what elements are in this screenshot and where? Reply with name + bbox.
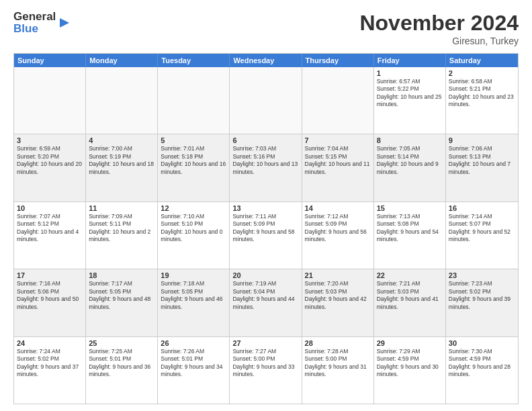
calendar-row: 1Sunrise: 6:57 AMSunset: 5:22 PMDaylight…	[14, 67, 518, 134]
cell-text: Sunrise: 7:14 AMSunset: 5:07 PMDaylight:…	[449, 213, 515, 244]
title-block: November 2024 Giresun, Turkey	[359, 11, 519, 46]
day-number: 26	[161, 339, 226, 347]
day-number: 13	[232, 204, 298, 212]
logo: General Blue	[13, 11, 72, 35]
month-title: November 2024	[359, 11, 519, 36]
calendar-cell: 5Sunrise: 7:01 AMSunset: 5:18 PMDaylight…	[158, 134, 230, 201]
cell-text: Sunrise: 7:28 AMSunset: 5:00 PMDaylight:…	[305, 348, 371, 379]
calendar-cell	[230, 67, 302, 134]
calendar-cell: 26Sunrise: 7:26 AMSunset: 5:01 PMDayligh…	[158, 337, 230, 404]
day-number: 28	[305, 339, 371, 347]
cell-text: Sunrise: 7:07 AMSunset: 5:12 PMDaylight:…	[17, 213, 83, 244]
logo-line2: Blue	[13, 23, 56, 35]
cell-text: Sunrise: 7:30 AMSunset: 4:59 PMDaylight:…	[449, 348, 515, 379]
cell-text: Sunrise: 7:27 AMSunset: 5:00 PMDaylight:…	[232, 348, 298, 379]
calendar-cell: 29Sunrise: 7:29 AMSunset: 4:59 PMDayligh…	[374, 337, 446, 404]
calendar-row: 24Sunrise: 7:24 AMSunset: 5:02 PMDayligh…	[14, 336, 518, 404]
calendar-row: 17Sunrise: 7:16 AMSunset: 5:06 PMDayligh…	[14, 269, 518, 336]
calendar-cell: 7Sunrise: 7:04 AMSunset: 5:15 PMDaylight…	[302, 134, 374, 201]
cell-text: Sunrise: 7:24 AMSunset: 5:02 PMDaylight:…	[17, 348, 83, 379]
weekday-header: Tuesday	[158, 54, 230, 67]
calendar-cell: 17Sunrise: 7:16 AMSunset: 5:06 PMDayligh…	[14, 269, 86, 336]
calendar-cell: 18Sunrise: 7:17 AMSunset: 5:05 PMDayligh…	[86, 269, 158, 336]
day-number: 4	[89, 136, 154, 144]
day-number: 22	[377, 271, 443, 279]
calendar-cell: 2Sunrise: 6:58 AMSunset: 5:21 PMDaylight…	[446, 67, 518, 134]
weekday-header: Thursday	[302, 54, 374, 67]
day-number: 5	[161, 136, 226, 144]
calendar-cell: 23Sunrise: 7:23 AMSunset: 5:02 PMDayligh…	[446, 269, 518, 336]
day-number: 20	[232, 271, 298, 279]
cell-text: Sunrise: 7:06 AMSunset: 5:13 PMDaylight:…	[449, 145, 515, 176]
cell-text: Sunrise: 7:04 AMSunset: 5:15 PMDaylight:…	[305, 145, 371, 176]
calendar-cell: 10Sunrise: 7:07 AMSunset: 5:12 PMDayligh…	[14, 202, 86, 269]
page: General Blue November 2024 Giresun, Turk…	[0, 0, 532, 411]
weekday-header: Monday	[86, 54, 158, 67]
calendar-cell: 13Sunrise: 7:11 AMSunset: 5:09 PMDayligh…	[230, 202, 302, 269]
header: General Blue November 2024 Giresun, Turk…	[13, 11, 519, 46]
day-number: 29	[377, 339, 443, 347]
calendar-cell: 19Sunrise: 7:18 AMSunset: 5:05 PMDayligh…	[158, 269, 230, 336]
calendar-cell: 27Sunrise: 7:27 AMSunset: 5:00 PMDayligh…	[230, 337, 302, 404]
calendar-cell	[14, 67, 86, 134]
day-number: 2	[449, 69, 515, 77]
cell-text: Sunrise: 7:17 AMSunset: 5:05 PMDaylight:…	[89, 280, 154, 311]
cell-text: Sunrise: 7:29 AMSunset: 4:59 PMDaylight:…	[377, 348, 443, 379]
calendar-cell: 15Sunrise: 7:13 AMSunset: 5:08 PMDayligh…	[374, 202, 446, 269]
cell-text: Sunrise: 7:23 AMSunset: 5:02 PMDaylight:…	[449, 280, 515, 311]
cell-text: Sunrise: 7:16 AMSunset: 5:06 PMDaylight:…	[17, 280, 83, 311]
day-number: 1	[377, 69, 443, 77]
day-number: 3	[17, 136, 83, 144]
day-number: 25	[89, 339, 154, 347]
logo-icon	[57, 15, 72, 30]
cell-text: Sunrise: 7:03 AMSunset: 5:16 PMDaylight:…	[232, 145, 298, 176]
day-number: 18	[89, 271, 154, 279]
svg-marker-0	[60, 18, 69, 28]
day-number: 30	[449, 339, 515, 347]
cell-text: Sunrise: 7:19 AMSunset: 5:04 PMDaylight:…	[232, 280, 298, 311]
day-number: 8	[377, 136, 443, 144]
day-number: 12	[161, 204, 226, 212]
cell-text: Sunrise: 6:58 AMSunset: 5:21 PMDaylight:…	[449, 78, 515, 109]
calendar-cell: 14Sunrise: 7:12 AMSunset: 5:09 PMDayligh…	[302, 202, 374, 269]
calendar-cell: 11Sunrise: 7:09 AMSunset: 5:11 PMDayligh…	[86, 202, 158, 269]
calendar-cell: 21Sunrise: 7:20 AMSunset: 5:03 PMDayligh…	[302, 269, 374, 336]
calendar-cell: 20Sunrise: 7:19 AMSunset: 5:04 PMDayligh…	[230, 269, 302, 336]
calendar-row: 10Sunrise: 7:07 AMSunset: 5:12 PMDayligh…	[14, 201, 518, 269]
calendar-row: 3Sunrise: 6:59 AMSunset: 5:20 PMDaylight…	[14, 134, 518, 201]
cell-text: Sunrise: 7:11 AMSunset: 5:09 PMDaylight:…	[232, 213, 298, 244]
calendar-cell	[86, 67, 158, 134]
day-number: 17	[17, 271, 83, 279]
calendar-cell: 4Sunrise: 7:00 AMSunset: 5:19 PMDaylight…	[86, 134, 158, 201]
calendar: SundayMondayTuesdayWednesdayThursdayFrid…	[13, 53, 519, 404]
day-number: 24	[17, 339, 83, 347]
cell-text: Sunrise: 7:21 AMSunset: 5:03 PMDaylight:…	[377, 280, 443, 311]
day-number: 23	[449, 271, 515, 279]
calendar-cell: 3Sunrise: 6:59 AMSunset: 5:20 PMDaylight…	[14, 134, 86, 201]
weekday-header: Wednesday	[230, 54, 302, 67]
calendar-cell: 16Sunrise: 7:14 AMSunset: 5:07 PMDayligh…	[446, 202, 518, 269]
cell-text: Sunrise: 6:57 AMSunset: 5:22 PMDaylight:…	[377, 78, 443, 109]
calendar-cell: 30Sunrise: 7:30 AMSunset: 4:59 PMDayligh…	[446, 337, 518, 404]
cell-text: Sunrise: 7:09 AMSunset: 5:11 PMDaylight:…	[89, 213, 154, 244]
cell-text: Sunrise: 7:05 AMSunset: 5:14 PMDaylight:…	[377, 145, 443, 176]
day-number: 19	[161, 271, 226, 279]
cell-text: Sunrise: 7:25 AMSunset: 5:01 PMDaylight:…	[89, 348, 154, 379]
calendar-cell: 9Sunrise: 7:06 AMSunset: 5:13 PMDaylight…	[446, 134, 518, 201]
weekday-header: Saturday	[446, 54, 518, 67]
cell-text: Sunrise: 7:26 AMSunset: 5:01 PMDaylight:…	[161, 348, 226, 379]
calendar-cell: 22Sunrise: 7:21 AMSunset: 5:03 PMDayligh…	[374, 269, 446, 336]
calendar-cell: 24Sunrise: 7:24 AMSunset: 5:02 PMDayligh…	[14, 337, 86, 404]
weekday-header: Friday	[374, 54, 446, 67]
calendar-header: SundayMondayTuesdayWednesdayThursdayFrid…	[14, 54, 518, 67]
calendar-body: 1Sunrise: 6:57 AMSunset: 5:22 PMDaylight…	[14, 67, 518, 404]
day-number: 27	[232, 339, 298, 347]
calendar-cell: 1Sunrise: 6:57 AMSunset: 5:22 PMDaylight…	[374, 67, 446, 134]
day-number: 9	[449, 136, 515, 144]
logo-line1: General	[13, 11, 56, 23]
cell-text: Sunrise: 7:01 AMSunset: 5:18 PMDaylight:…	[161, 145, 226, 176]
weekday-header: Sunday	[14, 54, 86, 67]
calendar-cell: 25Sunrise: 7:25 AMSunset: 5:01 PMDayligh…	[86, 337, 158, 404]
cell-text: Sunrise: 7:12 AMSunset: 5:09 PMDaylight:…	[305, 213, 371, 244]
cell-text: Sunrise: 6:59 AMSunset: 5:20 PMDaylight:…	[17, 145, 83, 176]
